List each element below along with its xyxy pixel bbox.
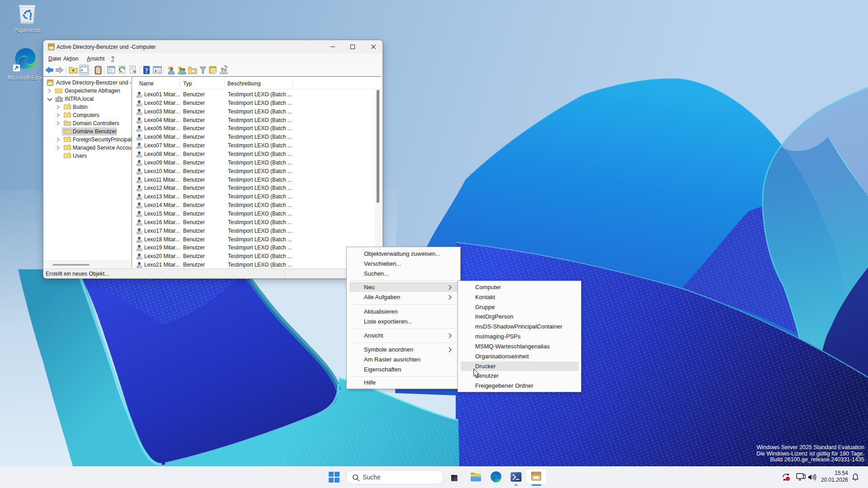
svg-text:?: ? (145, 67, 148, 74)
